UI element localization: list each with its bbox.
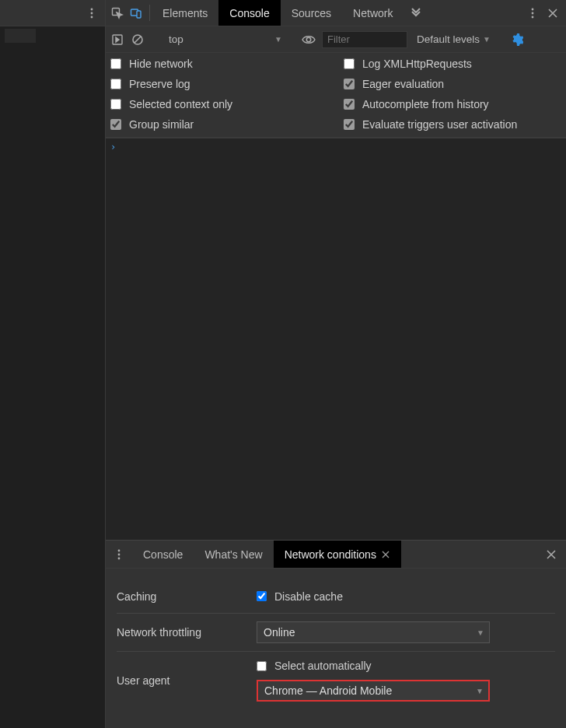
select-automatically-checkbox[interactable]: Select automatically	[257, 660, 555, 672]
tab-overflow[interactable]	[404, 0, 428, 26]
log-levels-selector[interactable]: Default levels ▼	[414, 33, 494, 45]
svg-point-11	[306, 37, 310, 41]
group-similar-label: Group similar	[129, 118, 194, 131]
svg-point-8	[532, 16, 534, 18]
log-levels-value: Default levels	[417, 33, 480, 45]
throttling-label: Network throttling	[117, 626, 257, 639]
content-pane-field[interactable]	[5, 29, 36, 43]
filter-input[interactable]	[322, 31, 407, 48]
svg-point-7	[532, 12, 534, 14]
console-settings-panel: Hide network Log XMLHttpRequests Preserv…	[106, 53, 566, 138]
kebab-menu-icon[interactable]	[112, 548, 126, 562]
autocomplete-label: Autocomplete from history	[362, 98, 489, 110]
tab-elements[interactable]: Elements	[152, 0, 218, 26]
user-agent-row: User agent Select automatically Chrome —…	[117, 652, 555, 709]
context-selector[interactable]: top ▼	[161, 33, 285, 45]
hide-network-input[interactable]	[110, 58, 121, 69]
svg-point-12	[118, 549, 121, 551]
content-pane-top	[0, 0, 105, 26]
preserve-log-checkbox[interactable]: Preserve log	[110, 78, 344, 90]
drawer-tab-network-conditions-label: Network conditions	[285, 548, 376, 561]
user-agent-value: Chrome — Android Mobile	[264, 684, 392, 697]
autocomplete-input[interactable]	[344, 99, 355, 110]
svg-rect-5	[137, 11, 141, 18]
tab-console[interactable]: Console	[218, 0, 280, 26]
select-automatically-input[interactable]	[257, 661, 267, 671]
svg-point-2	[91, 16, 93, 18]
selected-context-input[interactable]	[110, 99, 121, 110]
kebab-menu-icon[interactable]	[526, 6, 540, 20]
throttling-select[interactable]: Online ▼	[257, 621, 490, 643]
devtools-tabbar: Elements Console Sources Network	[106, 0, 566, 26]
drawer-tabbar: Console What's New Network conditions	[106, 541, 566, 569]
svg-point-13	[118, 553, 121, 555]
inspect-element-icon[interactable]	[110, 6, 124, 20]
preserve-log-label: Preserve log	[129, 78, 190, 90]
evaluate-triggers-checkbox[interactable]: Evaluate triggers user activation	[344, 118, 561, 131]
group-similar-input[interactable]	[110, 119, 121, 130]
close-icon[interactable]	[546, 6, 560, 20]
eager-eval-checkbox[interactable]: Eager evaluation	[344, 78, 561, 90]
svg-point-0	[91, 8, 93, 10]
group-similar-checkbox[interactable]: Group similar	[110, 118, 344, 131]
log-xhr-checkbox[interactable]: Log XMLHttpRequests	[344, 58, 561, 70]
caching-row: Caching Disable cache	[117, 579, 555, 614]
device-toolbar-icon[interactable]	[129, 6, 143, 20]
caching-label: Caching	[117, 590, 257, 603]
close-tab-icon[interactable]	[381, 550, 390, 559]
live-expression-icon[interactable]	[302, 33, 316, 47]
selected-context-checkbox[interactable]: Selected context only	[110, 98, 344, 110]
chevron-down-icon: ▼	[483, 35, 491, 44]
throttling-value: Online	[264, 626, 295, 639]
drawer-tab-network-conditions[interactable]: Network conditions	[274, 541, 401, 568]
context-selector-value: top	[169, 33, 183, 45]
console-settings-icon[interactable]	[510, 33, 524, 47]
svg-point-1	[91, 12, 93, 14]
disable-cache-input[interactable]	[257, 591, 267, 601]
disable-cache-label: Disable cache	[274, 590, 343, 603]
selected-context-label: Selected context only	[129, 98, 232, 110]
network-conditions-body: Caching Disable cache Network throttling…	[106, 569, 566, 728]
evaluate-triggers-label: Evaluate triggers user activation	[362, 118, 517, 131]
chevron-down-icon: ▼	[476, 687, 484, 695]
drawer-tab-console[interactable]: Console	[132, 541, 194, 568]
console-output[interactable]: ›	[106, 138, 566, 540]
hide-network-label: Hide network	[129, 58, 193, 70]
console-toolbar: top ▼ Default levels ▼	[106, 26, 566, 53]
chevron-down-icon: ▼	[274, 35, 282, 44]
kebab-menu-icon[interactable]	[85, 6, 99, 20]
execution-context-icon[interactable]	[110, 33, 124, 47]
close-drawer-icon[interactable]	[544, 548, 558, 562]
devtools-panel: Elements Console Sources Network top ▼	[106, 0, 566, 728]
clear-console-icon[interactable]	[131, 33, 145, 47]
preserve-log-input[interactable]	[110, 79, 121, 89]
tab-sources[interactable]: Sources	[281, 0, 342, 26]
svg-point-14	[118, 557, 121, 559]
hide-network-checkbox[interactable]: Hide network	[110, 58, 344, 70]
disable-cache-checkbox[interactable]: Disable cache	[257, 590, 555, 603]
chevron-down-icon: ▼	[477, 628, 484, 637]
tab-network[interactable]: Network	[342, 0, 404, 26]
user-agent-label: User agent	[117, 674, 257, 687]
drawer-panel: Console What's New Network conditions Ca…	[106, 540, 566, 728]
content-pane-body	[0, 26, 105, 728]
select-automatically-label: Select automatically	[274, 660, 372, 672]
eager-eval-input[interactable]	[344, 79, 355, 89]
content-pane	[0, 0, 106, 728]
log-xhr-label: Log XMLHttpRequests	[362, 58, 472, 70]
autocomplete-checkbox[interactable]: Autocomplete from history	[344, 98, 561, 110]
drawer-tab-whats-new[interactable]: What's New	[194, 541, 273, 568]
svg-point-6	[532, 8, 534, 10]
console-prompt: ›	[110, 142, 116, 152]
evaluate-triggers-input[interactable]	[344, 119, 355, 130]
eager-eval-label: Eager evaluation	[362, 78, 444, 90]
user-agent-select[interactable]: Chrome — Android Mobile ▼	[257, 680, 490, 702]
throttling-row: Network throttling Online ▼	[117, 614, 555, 652]
log-xhr-input[interactable]	[344, 58, 355, 69]
